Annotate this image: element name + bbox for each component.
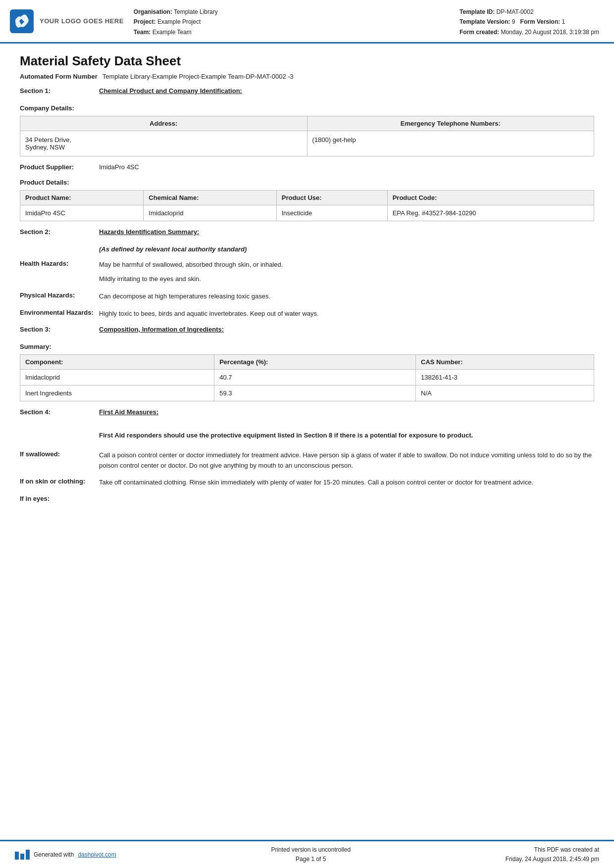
- form-created-label: Form created:: [460, 29, 499, 36]
- product-col2-header: Chemical Name:: [144, 191, 276, 205]
- health-hazards-label: Health Hazards:: [20, 260, 99, 285]
- environmental-hazards-value: Highly toxic to bees, birds and aquatic …: [99, 309, 594, 319]
- product-col3-header: Product Use:: [276, 191, 387, 205]
- project-label: Project:: [134, 18, 156, 25]
- summary-col2-header: Percentage (%):: [214, 355, 416, 370]
- project-line: Project: Example Project: [134, 17, 218, 27]
- automated-form-row: Automated Form Number Template Library-E…: [20, 73, 594, 80]
- section3-title: Composition, Information of Ingredients:: [99, 326, 224, 333]
- address-line2: Sydney, NSW: [25, 144, 65, 151]
- section1-title: Chemical Product and Company Identificat…: [99, 87, 242, 95]
- summary-col3-header: CAS Number:: [416, 355, 594, 370]
- percentage-2: 59.3: [214, 386, 416, 401]
- if-swallowed-row: If swallowed: Call a poison control cent…: [20, 450, 594, 471]
- project-value: Example Project: [157, 18, 201, 25]
- first-aid-note: First Aid responders should use the prot…: [99, 431, 520, 440]
- section3-header: Section 3: Composition, Information of I…: [20, 326, 594, 333]
- section3-label: Section 3:: [20, 326, 99, 333]
- org-label: Organisation:: [134, 8, 172, 15]
- footer-logo-icon: [15, 850, 30, 860]
- if-eyes-row: If in eyes:: [20, 495, 594, 502]
- template-id-value: DP-MAT-0002: [497, 8, 534, 15]
- table-row: 34 Peters Drive, Sydney, NSW (1800) get-…: [20, 131, 594, 156]
- footer-left: Generated with dashpivot.com: [15, 850, 116, 860]
- logo-text: YOUR LOGO GOES HERE: [40, 17, 124, 25]
- template-id-line: Template ID: DP-MAT-0002: [460, 7, 599, 17]
- product-supplier-value: ImidaPro 4SC: [99, 163, 594, 171]
- template-version-value: 9: [512, 18, 515, 25]
- table-row: ImidaPro 4SC Imidacloprid Insecticide EP…: [20, 205, 594, 221]
- pdf-date: Friday, 24 August 2018, 2:45:49 pm: [506, 855, 599, 864]
- pdf-created-label: This PDF was created at: [506, 845, 599, 855]
- page: YOUR LOGO GOES HERE Organisation: Templa…: [0, 0, 614, 868]
- product-supplier-label: Product Supplier:: [20, 163, 99, 171]
- logo-svg: [14, 14, 29, 29]
- if-eyes-value: [99, 495, 594, 502]
- if-eyes-label: If in eyes:: [20, 495, 99, 502]
- percentage-1: 40.7: [214, 370, 416, 386]
- chemical-name-cell: Imidacloprid: [144, 205, 276, 221]
- physical-hazards-value: Can decompose at high temperatures relea…: [99, 291, 594, 302]
- if-skin-label: If on skin or clothing:: [20, 478, 99, 488]
- table-row: Imidacloprid 40.7 138261-41-3: [20, 370, 594, 386]
- section2-subtitle: (As defined by relevant local authority …: [99, 245, 594, 253]
- svg-rect-0: [15, 852, 19, 860]
- summary-heading: Summary:: [20, 343, 594, 350]
- if-skin-row: If on skin or clothing: Take off contami…: [20, 478, 594, 488]
- automated-form-value: Template Library-Example Project-Example…: [102, 73, 594, 80]
- product-supplier-row: Product Supplier: ImidaPro 4SC: [20, 163, 594, 171]
- header-meta-left: Organisation: Template Library Project: …: [134, 7, 218, 37]
- health-hazards-value: May be harmful of swallowed, absorbed th…: [99, 260, 594, 285]
- team-line: Team: Example Team: [134, 27, 218, 37]
- if-swallowed-label: If swallowed:: [20, 450, 99, 471]
- health-line1: May be harmful of swallowed, absorbed th…: [99, 260, 594, 270]
- product-name-cell: ImidaPro 4SC: [20, 205, 144, 221]
- page-text: Page 1 of 5: [271, 855, 351, 864]
- footer-right: This PDF was created at Friday, 24 Augus…: [506, 845, 599, 864]
- company-details-heading: Company Details:: [20, 104, 594, 112]
- footer-center: Printed version is uncontrolled Page 1 o…: [271, 845, 351, 864]
- product-col1-header: Product Name:: [20, 191, 144, 205]
- product-col4-header: Product Code:: [387, 191, 594, 205]
- company-col1-header: Address:: [20, 116, 307, 131]
- section2-title: Hazards Identification Summary:: [99, 228, 199, 236]
- product-details-heading: Product Details:: [20, 179, 594, 186]
- address-line1: 34 Peters Drive,: [25, 136, 71, 144]
- product-details-table: Product Name: Chemical Name: Product Use…: [20, 190, 594, 221]
- health-line2: Mildly irritating to the eyes and skin.: [99, 274, 594, 285]
- product-code-cell: EPA Reg. #43527-984-10290: [387, 205, 594, 221]
- company-address: 34 Peters Drive, Sydney, NSW: [20, 131, 307, 156]
- org-line: Organisation: Template Library: [134, 7, 218, 17]
- org-value: Template Library: [174, 8, 218, 15]
- header: YOUR LOGO GOES HERE Organisation: Templa…: [0, 0, 614, 44]
- environmental-hazards-label: Environmental Hazards:: [20, 309, 99, 319]
- product-use-cell: Insecticide: [276, 205, 387, 221]
- printed-version: Printed version is uncontrolled: [271, 845, 351, 855]
- team-label: Team:: [134, 29, 151, 36]
- component-1: Imidacloprid: [20, 370, 214, 386]
- dashpivot-link[interactable]: dashpivot.com: [78, 851, 116, 858]
- section4-title: First Aid Measures:: [99, 408, 158, 416]
- document-title: Material Safety Data Sheet: [20, 53, 594, 69]
- physical-hazards-row: Physical Hazards: Can decompose at high …: [20, 291, 594, 302]
- summary-col1-header: Component:: [20, 355, 214, 370]
- cas-2: N/A: [416, 386, 594, 401]
- company-phone: (1800) get-help: [307, 131, 594, 156]
- generated-text: Generated with: [34, 851, 74, 858]
- section4-header: Section 4: First Aid Measures:: [20, 408, 594, 416]
- if-skin-value: Take off contaminated clothing. Rinse sk…: [99, 478, 594, 488]
- svg-rect-1: [20, 854, 24, 860]
- team-value: Example Team: [153, 29, 192, 36]
- logo-area: YOUR LOGO GOES HERE: [10, 5, 124, 37]
- logo-icon: [10, 9, 34, 33]
- cas-1: 138261-41-3: [416, 370, 594, 386]
- template-version-line: Template Version: 9 Form Version: 1: [460, 17, 599, 27]
- company-table: Address: Emergency Telephone Numbers: 34…: [20, 116, 594, 156]
- header-meta: Organisation: Template Library Project: …: [134, 5, 599, 37]
- environmental-hazards-row: Environmental Hazards: Highly toxic to b…: [20, 309, 594, 319]
- footer: Generated with dashpivot.com Printed ver…: [0, 840, 614, 868]
- section1-label: Section 1:: [20, 87, 99, 95]
- if-swallowed-value: Call a poison control center or doctor i…: [99, 450, 594, 471]
- svg-rect-2: [26, 850, 30, 860]
- form-created-value: Monday, 20 August 2018, 3:19:38 pm: [501, 29, 599, 36]
